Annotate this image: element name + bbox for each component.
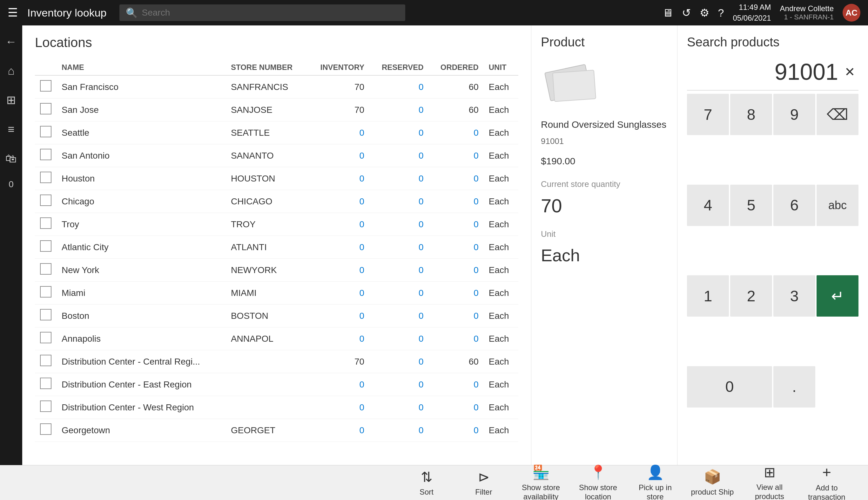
row-name: Houston (57, 167, 226, 190)
product-sku: 91001 (541, 136, 668, 146)
numpad-8[interactable]: 8 (730, 94, 772, 135)
numpad-3[interactable]: 3 (773, 275, 815, 317)
menu-icon[interactable]: ≡ (4, 120, 17, 139)
row-checkbox[interactable] (40, 400, 51, 412)
numpad-clear-btn[interactable]: ✕ (844, 65, 855, 79)
add-to-transaction-button[interactable]: + Add to transaction (798, 465, 855, 500)
table-row[interactable]: New York NEWYORK 0 0 0 Each (35, 259, 518, 282)
search-bar[interactable]: 🔍 (119, 4, 405, 21)
numpad-0[interactable]: 0 (687, 366, 772, 408)
row-checkbox-cell[interactable] (35, 282, 57, 305)
table-row[interactable]: Seattle SEATTLE 0 0 0 Each (35, 122, 518, 144)
table-row[interactable]: Boston BOSTON 0 0 0 Each (35, 305, 518, 327)
search-input[interactable] (142, 8, 399, 18)
show-store-availability-button[interactable]: 🏪 Show store availability (512, 465, 570, 500)
row-checkbox-cell[interactable] (35, 190, 57, 213)
view-all-products-button[interactable]: ⊞ View all products (741, 465, 798, 500)
row-checkbox-cell[interactable] (35, 213, 57, 236)
row-checkbox[interactable] (40, 103, 51, 114)
row-checkbox-cell[interactable] (35, 99, 57, 122)
table-row[interactable]: Troy TROY 0 0 0 Each (35, 213, 518, 236)
numpad-1[interactable]: 1 (687, 275, 729, 317)
help-icon[interactable]: ? (718, 7, 724, 19)
home-icon[interactable]: ⌂ (4, 61, 18, 81)
table-row[interactable]: San Antonio SANANTO 0 0 0 Each (35, 144, 518, 167)
row-inventory: 0 (308, 305, 370, 327)
monitor-icon[interactable]: 🖥 (662, 7, 673, 19)
table-row[interactable]: Distribution Center - West Region 0 0 0 … (35, 396, 518, 419)
row-store-number (226, 396, 308, 419)
row-name: Boston (57, 305, 226, 327)
numpad-backspace[interactable]: ⌫ (817, 94, 858, 135)
row-checkbox[interactable] (40, 149, 51, 160)
table-row[interactable]: Georgetown GEORGET 0 0 0 Each (35, 419, 518, 442)
row-reserved: 0 (370, 419, 429, 442)
row-checkbox-cell[interactable] (35, 305, 57, 327)
numpad-6[interactable]: 6 (773, 185, 815, 226)
table-row[interactable]: Atlantic City ATLANTI 0 0 0 Each (35, 236, 518, 259)
numpad-2[interactable]: 2 (730, 275, 772, 317)
row-checkbox-cell[interactable] (35, 122, 57, 144)
row-checkbox-cell[interactable] (35, 144, 57, 167)
row-checkbox[interactable] (40, 309, 51, 320)
row-checkbox[interactable] (40, 355, 51, 366)
bag-icon[interactable]: 🛍 (2, 149, 20, 169)
refresh-icon[interactable]: ↺ (682, 7, 691, 19)
settings-icon[interactable]: ⚙ (700, 7, 709, 19)
row-checkbox-cell[interactable] (35, 396, 57, 419)
numpad-7[interactable]: 7 (687, 94, 729, 135)
row-reserved: 0 (370, 144, 429, 167)
numpad-5[interactable]: 5 (730, 185, 772, 226)
table-row[interactable]: Distribution Center - East Region 0 0 0 … (35, 373, 518, 396)
row-ordered: 0 (429, 213, 484, 236)
row-checkbox[interactable] (40, 332, 51, 343)
hamburger-icon[interactable]: ☰ (8, 6, 18, 19)
numpad-dot[interactable]: . (773, 366, 815, 408)
row-checkbox[interactable] (40, 80, 51, 92)
grid-icon[interactable]: ⊞ (3, 90, 19, 110)
row-checkbox-cell[interactable] (35, 259, 57, 282)
topbar-user-info: Andrew Collette 1 - SANFRAN-1 (780, 4, 834, 21)
filter-button[interactable]: ⊳ Filter (455, 465, 512, 500)
row-checkbox-cell[interactable] (35, 419, 57, 442)
row-checkbox-cell[interactable] (35, 350, 57, 373)
sort-button[interactable]: ⇅ Sort (398, 465, 455, 500)
row-checkbox[interactable] (40, 194, 51, 206)
row-reserved: 0 (370, 282, 429, 305)
numpad-enter[interactable]: ↵ (817, 275, 858, 317)
row-checkbox-cell[interactable] (35, 236, 57, 259)
row-checkbox[interactable] (40, 240, 51, 252)
row-checkbox-cell[interactable] (35, 373, 57, 396)
table-row[interactable]: Distribution Center - Central Regi... 70… (35, 350, 518, 373)
numpad-abc[interactable]: abc (817, 185, 858, 226)
product-panel-title: Product (541, 35, 668, 49)
numpad-9[interactable]: 9 (773, 94, 815, 135)
table-row[interactable]: Annapolis ANNAPOL 0 0 0 Each (35, 327, 518, 350)
table-row[interactable]: Chicago CHICAGO 0 0 0 Each (35, 190, 518, 213)
row-checkbox[interactable] (40, 286, 51, 297)
table-row[interactable]: San Jose SANJOSE 70 0 60 Each (35, 99, 518, 122)
row-checkbox[interactable] (40, 217, 51, 229)
row-checkbox-cell[interactable] (35, 167, 57, 190)
row-checkbox-cell[interactable] (35, 75, 57, 99)
show-store-location-button[interactable]: 📍 Show store location (570, 465, 626, 500)
table-row[interactable]: Miami MIAMI 0 0 0 Each (35, 282, 518, 305)
ship-product-button[interactable]: 📦 product Ship (684, 465, 741, 500)
row-name: Distribution Center - West Region (57, 396, 226, 419)
table-row[interactable]: Houston HOUSTON 0 0 0 Each (35, 167, 518, 190)
row-checkbox[interactable] (40, 126, 51, 137)
row-store-number: MIAMI (226, 282, 308, 305)
col-ordered: ORDERED (429, 60, 484, 75)
back-icon[interactable]: ← (2, 32, 20, 52)
row-checkbox[interactable] (40, 378, 51, 389)
row-checkbox[interactable] (40, 172, 51, 183)
row-unit: Each (484, 122, 518, 144)
row-ordered: 0 (429, 122, 484, 144)
row-checkbox[interactable] (40, 423, 51, 435)
row-checkbox[interactable] (40, 263, 51, 275)
table-row[interactable]: San Francisco SANFRANCIS 70 0 60 Each (35, 75, 518, 99)
numpad-4[interactable]: 4 (687, 185, 729, 226)
row-checkbox-cell[interactable] (35, 327, 57, 350)
product-unit: Each (541, 246, 668, 265)
pick-up-in-store-button[interactable]: 👤 Pick up in store (626, 465, 684, 500)
